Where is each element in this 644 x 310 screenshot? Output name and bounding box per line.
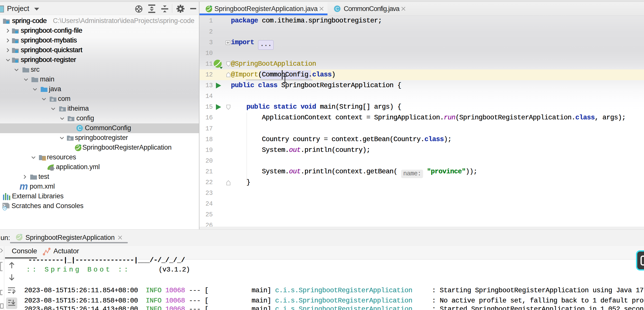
svg-text:C: C — [336, 6, 339, 12]
svg-text:C: C — [78, 125, 81, 131]
